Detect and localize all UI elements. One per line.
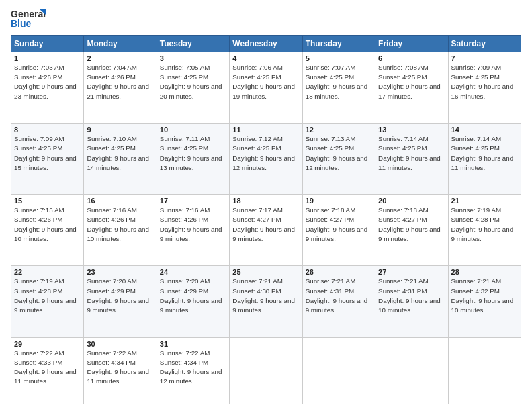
day-info: Sunrise: 7:20 AMSunset: 4:29 PMDaylight:… <box>160 277 226 315</box>
calendar-cell: 29Sunrise: 7:22 AMSunset: 4:33 PMDayligh… <box>11 337 84 404</box>
day-info: Sunrise: 7:18 AMSunset: 4:27 PMDaylight:… <box>378 205 445 244</box>
logo-svg: GeneralBlue <box>11 8 46 31</box>
day-number: 18 <box>232 197 299 205</box>
day-info: Sunrise: 7:16 AMSunset: 4:26 PMDaylight:… <box>160 205 226 244</box>
calendar-cell: 11Sunrise: 7:12 AMSunset: 4:25 PMDayligh… <box>230 124 302 195</box>
day-info: Sunrise: 7:16 AMSunset: 4:26 PMDaylight:… <box>87 205 153 244</box>
svg-text:Blue: Blue <box>11 18 32 29</box>
day-info: Sunrise: 7:04 AMSunset: 4:26 PMDaylight:… <box>87 63 153 101</box>
calendar-cell: 8Sunrise: 7:09 AMSunset: 4:25 PMDaylight… <box>11 124 84 195</box>
calendar-cell <box>448 337 521 404</box>
page: GeneralBlue SundayMondayTuesdayWednesday… <box>0 0 532 411</box>
calendar-cell: 27Sunrise: 7:21 AMSunset: 4:31 PMDayligh… <box>375 266 448 337</box>
day-number: 27 <box>378 268 445 276</box>
col-header-friday: Friday <box>375 36 448 52</box>
calendar-cell: 5Sunrise: 7:07 AMSunset: 4:25 PMDaylight… <box>302 52 375 124</box>
calendar-cell: 4Sunrise: 7:06 AMSunset: 4:25 PMDaylight… <box>230 52 302 124</box>
day-number: 2 <box>87 54 153 62</box>
day-number: 9 <box>87 126 153 134</box>
day-info: Sunrise: 7:19 AMSunset: 4:28 PMDaylight:… <box>451 205 518 244</box>
day-number: 6 <box>378 54 445 62</box>
calendar-cell: 1Sunrise: 7:03 AMSunset: 4:26 PMDaylight… <box>11 52 84 124</box>
calendar-week-2: 8Sunrise: 7:09 AMSunset: 4:25 PMDaylight… <box>11 124 521 195</box>
day-number: 20 <box>378 197 445 205</box>
day-info: Sunrise: 7:20 AMSunset: 4:29 PMDaylight:… <box>87 277 153 315</box>
calendar-cell: 3Sunrise: 7:05 AMSunset: 4:25 PMDaylight… <box>157 52 229 124</box>
day-info: Sunrise: 7:14 AMSunset: 4:25 PMDaylight:… <box>378 134 445 173</box>
day-number: 26 <box>306 268 372 276</box>
day-info: Sunrise: 7:21 AMSunset: 4:31 PMDaylight:… <box>306 277 372 315</box>
day-number: 22 <box>14 268 81 276</box>
calendar-cell: 21Sunrise: 7:19 AMSunset: 4:28 PMDayligh… <box>448 195 521 266</box>
day-info: Sunrise: 7:19 AMSunset: 4:28 PMDaylight:… <box>14 277 81 315</box>
calendar-cell: 26Sunrise: 7:21 AMSunset: 4:31 PMDayligh… <box>302 266 375 337</box>
calendar-cell: 31Sunrise: 7:22 AMSunset: 4:34 PMDayligh… <box>157 337 229 404</box>
calendar-cell: 24Sunrise: 7:20 AMSunset: 4:29 PMDayligh… <box>157 266 229 337</box>
day-info: Sunrise: 7:09 AMSunset: 4:25 PMDaylight:… <box>14 134 81 173</box>
day-info: Sunrise: 7:08 AMSunset: 4:25 PMDaylight:… <box>378 63 445 101</box>
calendar-cell <box>375 337 448 404</box>
day-number: 5 <box>306 54 372 62</box>
col-header-monday: Monday <box>84 36 157 52</box>
day-info: Sunrise: 7:14 AMSunset: 4:25 PMDaylight:… <box>451 134 518 173</box>
calendar-cell: 22Sunrise: 7:19 AMSunset: 4:28 PMDayligh… <box>11 266 84 337</box>
day-number: 15 <box>14 197 81 205</box>
day-number: 17 <box>160 197 226 205</box>
day-info: Sunrise: 7:18 AMSunset: 4:27 PMDaylight:… <box>306 205 372 244</box>
day-number: 25 <box>232 268 299 276</box>
calendar-cell: 7Sunrise: 7:09 AMSunset: 4:25 PMDaylight… <box>448 52 521 124</box>
calendar-header-row: SundayMondayTuesdayWednesdayThursdayFrid… <box>11 36 521 52</box>
day-number: 19 <box>306 197 372 205</box>
calendar-cell: 25Sunrise: 7:21 AMSunset: 4:30 PMDayligh… <box>230 266 302 337</box>
col-header-wednesday: Wednesday <box>230 36 302 52</box>
day-number: 13 <box>378 126 445 134</box>
col-header-sunday: Sunday <box>11 36 84 52</box>
day-info: Sunrise: 7:05 AMSunset: 4:25 PMDaylight:… <box>160 63 226 101</box>
day-info: Sunrise: 7:07 AMSunset: 4:25 PMDaylight:… <box>306 63 372 101</box>
day-number: 21 <box>451 197 518 205</box>
calendar-cell <box>230 337 302 404</box>
day-info: Sunrise: 7:10 AMSunset: 4:25 PMDaylight:… <box>87 134 153 173</box>
day-info: Sunrise: 7:22 AMSunset: 4:34 PMDaylight:… <box>160 349 226 387</box>
day-info: Sunrise: 7:11 AMSunset: 4:25 PMDaylight:… <box>160 134 226 173</box>
calendar-cell: 15Sunrise: 7:15 AMSunset: 4:26 PMDayligh… <box>11 195 84 266</box>
day-number: 28 <box>451 268 518 276</box>
day-number: 11 <box>232 126 299 134</box>
day-info: Sunrise: 7:15 AMSunset: 4:26 PMDaylight:… <box>14 205 81 244</box>
day-info: Sunrise: 7:21 AMSunset: 4:32 PMDaylight:… <box>451 277 518 315</box>
col-header-saturday: Saturday <box>448 36 521 52</box>
day-number: 7 <box>451 54 518 62</box>
calendar-cell: 12Sunrise: 7:13 AMSunset: 4:25 PMDayligh… <box>302 124 375 195</box>
calendar-cell: 16Sunrise: 7:16 AMSunset: 4:26 PMDayligh… <box>84 195 157 266</box>
col-header-thursday: Thursday <box>302 36 375 52</box>
day-number: 16 <box>87 197 153 205</box>
calendar-week-5: 29Sunrise: 7:22 AMSunset: 4:33 PMDayligh… <box>11 337 521 404</box>
day-info: Sunrise: 7:06 AMSunset: 4:25 PMDaylight:… <box>232 63 299 101</box>
calendar-cell: 18Sunrise: 7:17 AMSunset: 4:27 PMDayligh… <box>230 195 302 266</box>
calendar-cell: 19Sunrise: 7:18 AMSunset: 4:27 PMDayligh… <box>302 195 375 266</box>
day-number: 4 <box>232 54 299 62</box>
calendar-week-4: 22Sunrise: 7:19 AMSunset: 4:28 PMDayligh… <box>11 266 521 337</box>
calendar-cell: 6Sunrise: 7:08 AMSunset: 4:25 PMDaylight… <box>375 52 448 124</box>
calendar-cell: 14Sunrise: 7:14 AMSunset: 4:25 PMDayligh… <box>448 124 521 195</box>
calendar-cell: 20Sunrise: 7:18 AMSunset: 4:27 PMDayligh… <box>375 195 448 266</box>
day-info: Sunrise: 7:21 AMSunset: 4:31 PMDaylight:… <box>378 277 445 315</box>
calendar-cell: 30Sunrise: 7:22 AMSunset: 4:34 PMDayligh… <box>84 337 157 404</box>
calendar-cell <box>302 337 375 404</box>
calendar-cell: 23Sunrise: 7:20 AMSunset: 4:29 PMDayligh… <box>84 266 157 337</box>
calendar-cell: 10Sunrise: 7:11 AMSunset: 4:25 PMDayligh… <box>157 124 229 195</box>
day-number: 8 <box>14 126 81 134</box>
day-number: 14 <box>451 126 518 134</box>
day-number: 3 <box>160 54 226 62</box>
day-info: Sunrise: 7:12 AMSunset: 4:25 PMDaylight:… <box>232 134 299 173</box>
day-number: 29 <box>14 340 81 348</box>
day-info: Sunrise: 7:09 AMSunset: 4:25 PMDaylight:… <box>451 63 518 101</box>
header: GeneralBlue <box>11 8 521 31</box>
calendar-cell: 17Sunrise: 7:16 AMSunset: 4:26 PMDayligh… <box>157 195 229 266</box>
day-info: Sunrise: 7:17 AMSunset: 4:27 PMDaylight:… <box>232 205 299 244</box>
day-number: 30 <box>87 340 153 348</box>
calendar-table: SundayMondayTuesdayWednesdayThursdayFrid… <box>11 35 521 404</box>
day-number: 1 <box>14 54 81 62</box>
calendar-cell: 9Sunrise: 7:10 AMSunset: 4:25 PMDaylight… <box>84 124 157 195</box>
day-info: Sunrise: 7:21 AMSunset: 4:30 PMDaylight:… <box>232 277 299 315</box>
